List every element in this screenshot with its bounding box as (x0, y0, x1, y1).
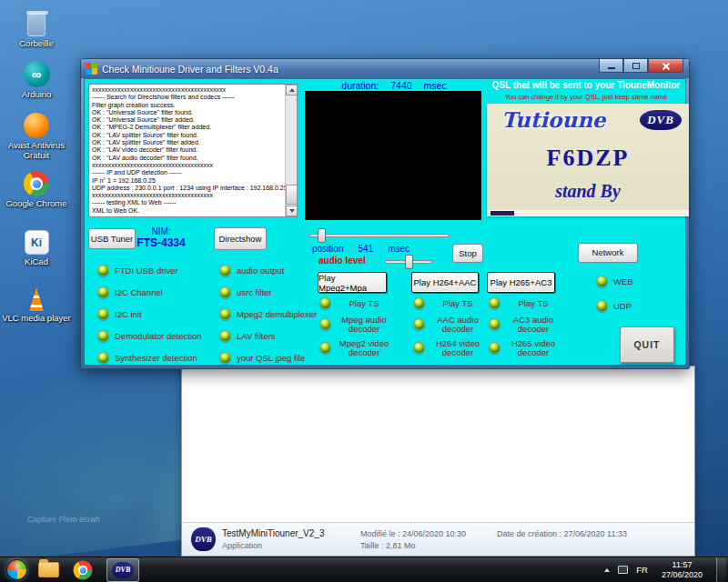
led-icon (219, 265, 231, 276)
desktop-icon-avast[interactable]: Avast Antivirus Gratuit (2, 107, 71, 160)
play-h265-button[interactable]: Play H265+AC3 (487, 272, 555, 293)
play-mpeg2-button[interactable]: Play Mpeg2+Mpa (318, 272, 387, 293)
maximize-icon (632, 63, 640, 69)
log-line: OK : "LAV splitter Source" filter added. (92, 139, 283, 146)
log-line: UDP address : 230.0.0.1 port : 1234 usin… (92, 185, 283, 192)
file-dvb-icon: DVB (191, 527, 216, 551)
file-size: Taille : 2,81 Mo (360, 541, 416, 550)
kicad-icon: Ki (25, 230, 49, 255)
clock-time: 11:57 (662, 560, 703, 570)
scroll-thumb[interactable] (286, 185, 298, 205)
log-line: ------ testing XML to Web ------ (92, 199, 283, 206)
check-demodulator: Demodulator detection (97, 330, 202, 342)
scroll-up-button[interactable] (286, 85, 298, 95)
led-icon (219, 330, 231, 342)
led-icon (97, 265, 109, 276)
arduino-icon: ∞ (24, 61, 50, 87)
minimize-button[interactable] (599, 59, 623, 73)
start-button[interactable] (6, 559, 27, 580)
video-preview (305, 91, 481, 220)
desktop-icon-recycle-bin[interactable]: Corbeille (2, 5, 71, 49)
position-slider-thumb[interactable] (318, 228, 326, 243)
duration-readout: duration: 7440 msec (312, 80, 476, 91)
taskbar-explorer-button[interactable] (38, 558, 59, 582)
nim-readout: NIM: FTS-4334 (128, 226, 194, 249)
duration-value: 7440 (390, 80, 411, 91)
qsl-note: You can change it by your QSL, just keep… (483, 93, 689, 101)
desktop-icon-vlc[interactable]: VLC media player (2, 280, 71, 324)
check-i2c-channel: I2C Channel (97, 286, 163, 298)
close-button[interactable] (648, 59, 683, 73)
log-line: ------ Search for Directshow filters and… (92, 94, 283, 101)
log-line: ------ IP and UDP detection ------ (92, 169, 283, 176)
play-ts-indicator: Play TS (413, 297, 486, 309)
clock-date: 27/06/2020 (662, 570, 703, 580)
window-title: Check Minitioune Driver and Filters V0.4… (102, 64, 278, 75)
log-line: xxxxxxxxxxxxxxxxxxxxxxxxxxxxxxxxxxxxxx (92, 192, 283, 199)
quit-button[interactable]: QUIT (620, 326, 674, 363)
explorer-window: DVB TestMyMiniTiouner_V2_3 Modifié le : … (181, 366, 695, 557)
nim-label: NIM: (128, 226, 194, 236)
log-scrollbar[interactable] (285, 85, 297, 216)
stop-button[interactable]: Stop (452, 244, 483, 263)
taskbar: DVB FR 11:57 27/06/2020 (0, 557, 728, 582)
check-synthesizer: Synthesizer detection (97, 352, 197, 364)
check-web: WEB (596, 276, 633, 287)
recycle-bin-icon (27, 13, 46, 36)
led-icon (489, 342, 500, 354)
network-button[interactable]: Network (578, 243, 638, 263)
title-bar[interactable]: Check Minitioune Driver and Filters V0.4… (81, 59, 689, 78)
taskbar-minitiouner-button[interactable]: DVB (106, 558, 139, 582)
arrow-down-icon (289, 209, 295, 213)
audio-level-label: audio level (318, 256, 366, 266)
led-icon (319, 318, 331, 330)
log-line: xxxxxxxxxxxxxxxxxxxxxxxxxxxxxxxxxxxxxx (92, 162, 283, 169)
led-icon (596, 300, 608, 312)
app-window: Check Minitioune Driver and Filters V0.4… (80, 58, 690, 369)
led-icon (219, 308, 231, 320)
qsl-strip (487, 210, 689, 216)
play-h264-button[interactable]: Play H264+AAC (411, 272, 479, 293)
desktop-icon-arduino[interactable]: ∞ Arduino (2, 56, 71, 100)
show-desktop-button[interactable] (716, 557, 726, 582)
scroll-down-button[interactable] (286, 206, 298, 216)
desktop-icon-chrome[interactable]: Google Chrome (2, 166, 71, 209)
directshow-button[interactable]: Directshow (214, 227, 267, 250)
vlc-icon (25, 287, 48, 311)
dvb-logo: DVB (640, 110, 682, 130)
tray-keyboard-icon[interactable] (618, 566, 628, 574)
maximize-button[interactable] (623, 59, 648, 73)
audio-decoder-indicator: AAC audio decoder (413, 316, 486, 333)
avast-icon (24, 113, 49, 138)
led-icon (489, 297, 500, 309)
nim-value: FTS-4334 (128, 236, 194, 249)
audio-level-slider[interactable] (385, 260, 432, 264)
taskbar-clock[interactable]: 11:57 27/06/2020 (656, 560, 708, 580)
desktop-icon-kicad[interactable]: Ki KiCad (2, 224, 71, 267)
detection-log[interactable]: xxxxxxxxxxxxxxxxxxxxxxxxxxxxxxxxxxxxxxxx… (88, 84, 298, 217)
led-icon (596, 276, 608, 287)
qsl-card: Tutioune DVB F6DZP stand By (487, 104, 689, 216)
hidden-icons-button[interactable] (604, 568, 610, 572)
led-icon (219, 352, 231, 364)
taskbar-chrome-button[interactable] (70, 558, 96, 582)
log-line: OK : "LAV audio decoder" filter found. (92, 155, 283, 162)
led-icon (413, 297, 425, 309)
video-decoder-indicator: Mpeg2 video decoder (319, 339, 392, 356)
minimize-icon (608, 67, 615, 69)
position-slider[interactable] (309, 234, 450, 237)
language-indicator[interactable]: FR (636, 565, 648, 575)
check-ftdi: FTDI USB driver (97, 265, 178, 276)
check-audio-output: audio output (219, 265, 284, 276)
audio-level-thumb[interactable] (405, 255, 413, 269)
log-line: xxxxxxxxxxxxxxxxxxxxxxxxxxxxxxxxxxxxxxxx… (92, 86, 283, 94)
arrow-up-icon (289, 88, 295, 92)
log-line: XML to Web OK. (92, 207, 283, 215)
audio-decoder-indicator: AC3 audio decoder (489, 316, 561, 333)
check-i2c-init: I2C init (97, 308, 142, 320)
file-name: TestMyMiniTiouner_V2_3 (222, 528, 324, 538)
screenshot-watermark: Capture Plein écran (27, 515, 100, 524)
position-label: position (312, 244, 343, 254)
log-line: IP n° 1 = 192.168.0.25 (92, 177, 283, 185)
chrome-icon (24, 171, 49, 196)
